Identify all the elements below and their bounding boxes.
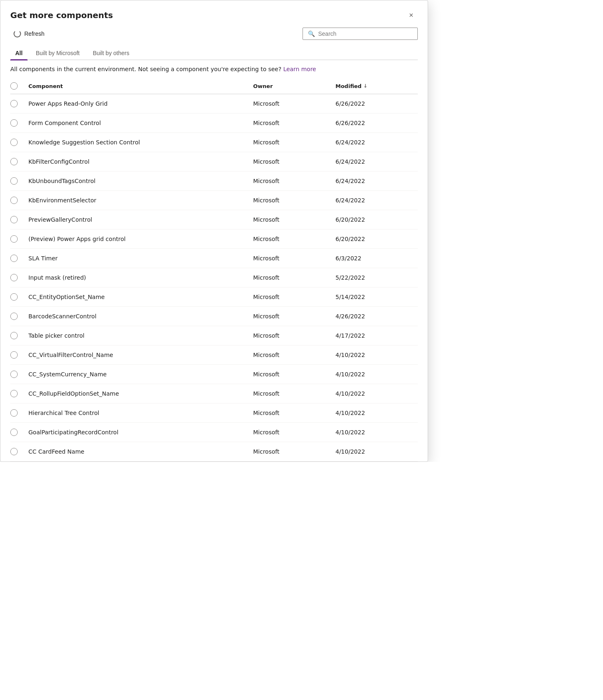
cell-modified: 6/24/2022	[335, 158, 418, 165]
row-checkbox[interactable]	[10, 351, 28, 359]
cell-modified: 6/20/2022	[335, 216, 418, 223]
checkbox-circle[interactable]	[10, 119, 18, 127]
table-row: CC_EntityOptionSet_Name Microsoft 5/14/2…	[10, 287, 418, 307]
col-header-owner: Owner	[253, 83, 335, 89]
table-row: Knowledge Suggestion Section Control Mic…	[10, 133, 418, 152]
cell-modified: 4/10/2022	[335, 371, 418, 378]
row-checkbox[interactable]	[10, 119, 28, 127]
row-checkbox[interactable]	[10, 293, 28, 301]
row-checkbox[interactable]	[10, 255, 28, 262]
checkbox-circle[interactable]	[10, 100, 18, 107]
table-row: Input mask (retired) Microsoft 5/22/2022	[10, 268, 418, 287]
checkbox-circle[interactable]	[10, 390, 18, 397]
checkbox-circle[interactable]	[10, 313, 18, 320]
cell-owner: Microsoft	[253, 100, 335, 107]
tab-all[interactable]: All	[10, 46, 28, 60]
cell-component: KbFilterConfigControl	[28, 158, 253, 165]
dialog: Get more components × Refresh 🔍 All Buil…	[0, 0, 428, 462]
row-checkbox[interactable]	[10, 216, 28, 223]
cell-owner: Microsoft	[253, 274, 335, 281]
row-checkbox[interactable]	[10, 409, 28, 417]
checkbox-circle[interactable]	[10, 177, 18, 185]
close-button[interactable]: ×	[405, 9, 418, 22]
tab-built-by-others[interactable]: Built by others	[88, 46, 134, 60]
checkbox-circle[interactable]	[10, 255, 18, 262]
table-row: GoalParticipatingRecordControl Microsoft…	[10, 423, 418, 442]
checkbox-circle[interactable]	[10, 448, 18, 455]
cell-owner: Microsoft	[253, 390, 335, 397]
row-checkbox[interactable]	[10, 235, 28, 243]
table-body: Power Apps Read-Only Grid Microsoft 6/26…	[10, 94, 418, 461]
cell-component: Power Apps Read-Only Grid	[28, 100, 253, 107]
cell-owner: Microsoft	[253, 448, 335, 455]
cell-modified: 4/10/2022	[335, 448, 418, 455]
checkbox-circle[interactable]	[10, 409, 18, 417]
checkbox-circle[interactable]	[10, 216, 18, 223]
cell-modified: 6/24/2022	[335, 139, 418, 146]
checkbox-circle[interactable]	[10, 158, 18, 165]
col-header-modified[interactable]: Modified ↓	[335, 83, 418, 89]
row-checkbox[interactable]	[10, 313, 28, 320]
row-checkbox[interactable]	[10, 177, 28, 185]
checkbox-circle[interactable]	[10, 332, 18, 339]
checkbox-circle[interactable]	[10, 351, 18, 359]
checkbox-circle[interactable]	[10, 293, 18, 301]
cell-modified: 4/26/2022	[335, 313, 418, 320]
cell-component: CC_RollupFieldOptionSet_Name	[28, 390, 253, 397]
checkbox-circle[interactable]	[10, 429, 18, 436]
cell-modified: 6/3/2022	[335, 255, 418, 262]
cell-modified: 6/20/2022	[335, 236, 418, 242]
checkbox-circle[interactable]	[10, 371, 18, 378]
checkbox-circle[interactable]	[10, 197, 18, 204]
cell-component: Input mask (retired)	[28, 274, 253, 281]
cell-owner: Microsoft	[253, 313, 335, 320]
cell-modified: 6/24/2022	[335, 178, 418, 184]
row-checkbox[interactable]	[10, 139, 28, 146]
row-checkbox[interactable]	[10, 197, 28, 204]
cell-modified: 6/26/2022	[335, 100, 418, 107]
cell-modified: 5/22/2022	[335, 274, 418, 281]
checkbox-circle[interactable]	[10, 139, 18, 146]
cell-owner: Microsoft	[253, 410, 335, 416]
cell-modified: 4/10/2022	[335, 352, 418, 358]
row-checkbox[interactable]	[10, 429, 28, 436]
cell-owner: Microsoft	[253, 352, 335, 358]
table-row: BarcodeScannerControl Microsoft 4/26/202…	[10, 307, 418, 326]
row-checkbox[interactable]	[10, 371, 28, 378]
cell-owner: Microsoft	[253, 371, 335, 378]
row-checkbox[interactable]	[10, 158, 28, 165]
row-checkbox[interactable]	[10, 332, 28, 339]
toolbar: Refresh 🔍	[0, 22, 428, 40]
cell-owner: Microsoft	[253, 236, 335, 242]
checkbox-circle[interactable]	[10, 235, 18, 243]
cell-modified: 4/10/2022	[335, 410, 418, 416]
info-text: All components in the current environmen…	[10, 66, 282, 72]
row-checkbox[interactable]	[10, 274, 28, 281]
cell-component: CC_EntityOptionSet_Name	[28, 294, 253, 300]
row-checkbox[interactable]	[10, 390, 28, 397]
cell-modified: 4/10/2022	[335, 390, 418, 397]
table-row: CC CardFeed Name Microsoft 4/10/2022	[10, 442, 418, 461]
search-input[interactable]	[318, 30, 412, 37]
cell-component: KbEnvironmentSelector	[28, 197, 253, 204]
cell-component: KbUnboundTagsControl	[28, 178, 253, 184]
cell-owner: Microsoft	[253, 429, 335, 436]
header-checkbox[interactable]	[10, 82, 18, 90]
cell-owner: Microsoft	[253, 139, 335, 146]
info-bar: All components in the current environmen…	[0, 60, 428, 78]
cell-component: Form Component Control	[28, 120, 253, 126]
learn-more-link[interactable]: Learn more	[283, 66, 316, 72]
cell-owner: Microsoft	[253, 178, 335, 184]
select-all-checkbox[interactable]	[10, 82, 28, 90]
row-checkbox[interactable]	[10, 100, 28, 107]
cell-component: CC_SystemCurrency_Name	[28, 371, 253, 378]
refresh-button[interactable]: Refresh	[10, 28, 48, 39]
row-checkbox[interactable]	[10, 448, 28, 455]
tabs-container: All Built by Microsoft Built by others	[0, 40, 428, 60]
table-row: CC_RollupFieldOptionSet_Name Microsoft 4…	[10, 384, 418, 403]
checkbox-circle[interactable]	[10, 274, 18, 281]
dialog-header: Get more components ×	[0, 0, 428, 22]
table-row: CC_SystemCurrency_Name Microsoft 4/10/20…	[10, 365, 418, 384]
cell-modified: 6/24/2022	[335, 197, 418, 204]
tab-built-by-microsoft[interactable]: Built by Microsoft	[31, 46, 85, 60]
